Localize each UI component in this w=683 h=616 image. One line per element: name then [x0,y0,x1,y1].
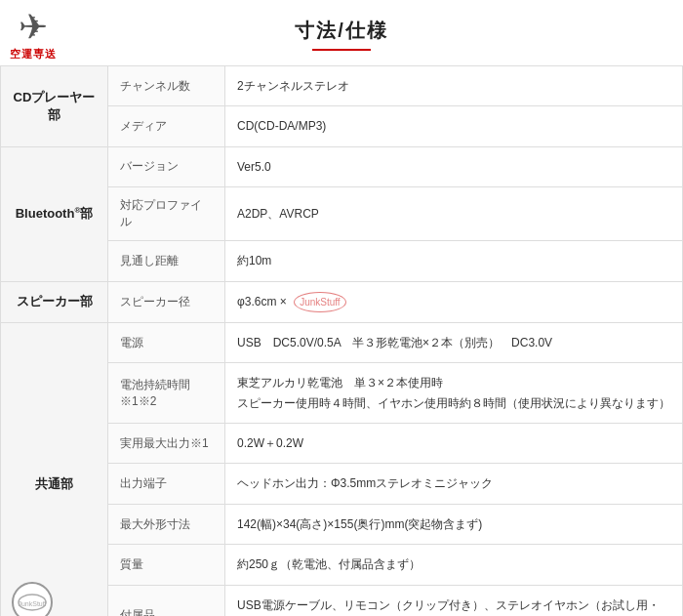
label-accessories: 付属品 [108,585,225,616]
value-power: USB DC5.0V/0.5A 半３形乾電池×２本（別売） DC3.0V [225,322,683,362]
label-channels: チャンネル数 [108,66,225,106]
section-cd: CDプレーヤー部 [1,66,108,147]
page-wrapper: ✈ 空運専送 寸法/仕様 CDプレーヤー部 チャンネル数 2チャンネルステレオ … [0,0,683,616]
label-weight: 質量 [108,545,225,585]
value-weight: 約250ｇ（乾電池、付属品含まず） [225,545,683,585]
label-range: 見通し距離 [108,241,225,281]
value-dimensions: 142(幅)×34(高さ)×155(奥行)mm(突起物含まず) [225,504,683,544]
bottom-logo: JunkStuff JunkStuff [12,582,53,616]
section-common: 共通部 [1,322,108,616]
label-dimensions: 最大外形寸法 [108,504,225,544]
table-row: CDプレーヤー部 チャンネル数 2チャンネルステレオ [1,66,683,106]
value-range: 約10m [225,241,683,281]
label-version: バージョン [108,146,225,186]
label-output-terminal: 出力端子 [108,464,225,504]
value-channels: 2チャンネルステレオ [225,66,683,106]
table-row: 共通部 電源 USB DC5.0V/0.5A 半３形乾電池×２本（別売） DC3… [1,322,683,362]
header-underline [312,49,371,51]
table-row: スピーカー部 スピーカー径 φ3.6cm × JunkStuff [1,281,683,322]
label-speaker-diameter: スピーカー径 [108,281,225,322]
spec-table: CDプレーヤー部 チャンネル数 2チャンネルステレオ メディア CD(CD-DA… [0,65,683,616]
section-bluetooth: Bluetooth®部 [1,146,108,281]
watermark-circle: JunkStuff [294,292,346,312]
value-output-power: 0.2W＋0.2W [225,424,683,464]
value-profile: A2DP、AVRCP [225,187,683,241]
label-power: 電源 [108,322,225,362]
junkstuff-logo-svg: JunkStuff [17,593,48,612]
section-speaker: スピーカー部 [1,281,108,322]
page-header: 寸法/仕様 [0,0,683,61]
label-profile: 対応プロファイル [108,187,225,241]
value-media: CD(CD-DA/MP3) [225,106,683,146]
svg-text:JunkStuff: JunkStuff [18,600,46,607]
value-version: Ver5.0 [225,146,683,186]
label-media: メディア [108,106,225,146]
value-battery-life: 東芝アルカリ乾電池 単３×２本使用時 スピーカー使用時４時間、イヤホン使用時約８… [225,363,683,424]
label-battery-life: 電池持続時間※1※2 [108,363,225,424]
page-title: 寸法/仕様 [295,18,388,44]
value-accessories: USB電源ケーブル、リモコン（クリップ付き）、ステレオイヤホン（お試し用・有線）… [225,585,683,616]
label-output-power: 実用最大出力※1 [108,424,225,464]
value-speaker-diameter: φ3.6cm × JunkStuff [225,281,683,322]
bottom-logo-circle: JunkStuff [12,582,53,616]
value-output-terminal: ヘッドホン出力：Φ3.5mmステレオミニジャック [225,464,683,504]
table-row: Bluetooth®部 バージョン Ver5.0 [1,146,683,186]
